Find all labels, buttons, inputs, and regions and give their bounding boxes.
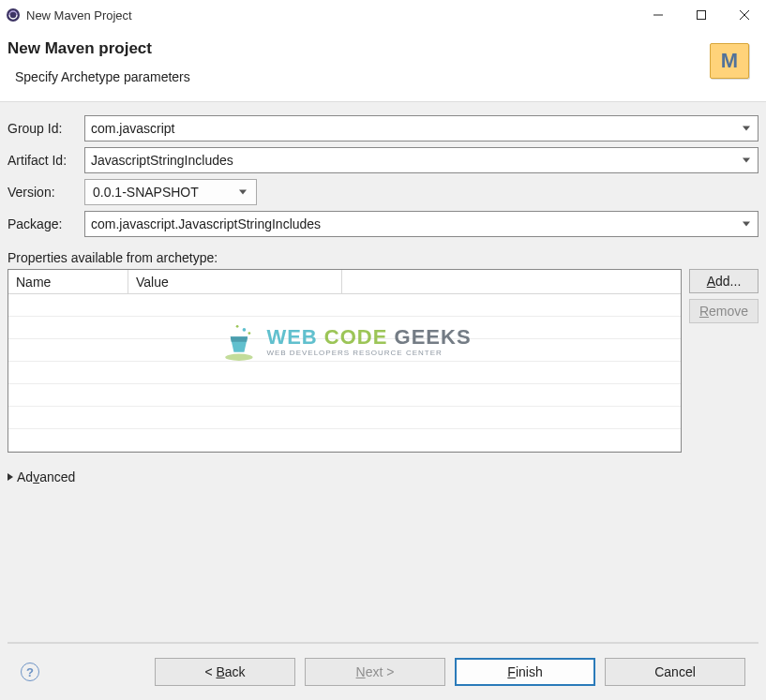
column-value[interactable]: Value bbox=[128, 270, 342, 293]
close-button[interactable] bbox=[723, 0, 766, 30]
page-title: New Maven project bbox=[8, 39, 710, 58]
group-id-label: Group Id: bbox=[8, 121, 84, 136]
chevron-down-icon bbox=[239, 190, 247, 195]
artifact-id-input[interactable]: JavascriptStringIncludes bbox=[84, 147, 758, 173]
maximize-button[interactable] bbox=[680, 0, 723, 30]
table-row bbox=[8, 317, 681, 339]
column-name[interactable]: Name bbox=[8, 270, 128, 293]
back-button[interactable]: < Back bbox=[155, 658, 295, 686]
window-title: New Maven Project bbox=[26, 8, 637, 22]
group-id-input[interactable]: com.javascript bbox=[84, 115, 758, 141]
minimize-button[interactable] bbox=[637, 0, 680, 30]
properties-label: Properties available from archetype: bbox=[8, 250, 758, 265]
cancel-button[interactable]: Cancel bbox=[605, 658, 745, 686]
advanced-expander[interactable]: Advanced bbox=[8, 469, 758, 484]
version-label: Version: bbox=[8, 185, 84, 200]
version-combo[interactable]: 0.0.1-SNAPSHOT bbox=[84, 179, 257, 205]
group-id-value: com.javascript bbox=[91, 121, 174, 136]
remove-button: Remove bbox=[689, 299, 758, 323]
chevron-down-icon bbox=[743, 158, 750, 163]
add-label-rest: dd... bbox=[715, 274, 741, 289]
artifact-id-value: JavascriptStringIncludes bbox=[91, 153, 233, 168]
package-value: com.javascript.JavascriptStringIncludes bbox=[91, 216, 321, 231]
table-row bbox=[8, 362, 681, 384]
chevron-down-icon bbox=[743, 127, 750, 131]
artifact-id-label: Artifact Id: bbox=[8, 153, 84, 168]
table-row bbox=[8, 407, 681, 429]
package-input[interactable]: com.javascript.JavascriptStringIncludes bbox=[84, 211, 758, 237]
chevron-down-icon bbox=[743, 222, 750, 227]
properties-table[interactable]: Name Value bbox=[8, 269, 682, 453]
table-body bbox=[8, 294, 681, 452]
package-label: Package: bbox=[8, 216, 84, 231]
page-subtitle: Specify Archetype parameters bbox=[8, 69, 710, 84]
table-row bbox=[8, 384, 681, 407]
column-spacer bbox=[342, 270, 681, 293]
expand-arrow-icon bbox=[8, 473, 13, 481]
table-row bbox=[8, 294, 681, 317]
form-area: Group Id: com.javascript Artifact Id: Ja… bbox=[0, 102, 766, 700]
table-row bbox=[8, 429, 681, 452]
titlebar: New Maven Project bbox=[0, 0, 766, 30]
add-button[interactable]: Add... bbox=[689, 269, 758, 293]
next-button: Next > bbox=[305, 658, 445, 686]
table-row bbox=[8, 339, 681, 362]
version-value: 0.0.1-SNAPSHOT bbox=[93, 185, 199, 200]
remove-label-rest: emove bbox=[709, 304, 748, 319]
help-icon[interactable]: ? bbox=[21, 663, 39, 681]
table-header: Name Value bbox=[8, 270, 681, 294]
dialog-header: New Maven project Specify Archetype para… bbox=[0, 30, 766, 102]
svg-point-0 bbox=[7, 8, 20, 22]
maven-icon: M bbox=[710, 43, 749, 79]
eclipse-icon bbox=[6, 7, 21, 22]
svg-rect-2 bbox=[698, 11, 706, 20]
button-bar: ? < Back Next > Finish Cancel bbox=[8, 644, 758, 700]
finish-button[interactable]: Finish bbox=[455, 658, 595, 686]
